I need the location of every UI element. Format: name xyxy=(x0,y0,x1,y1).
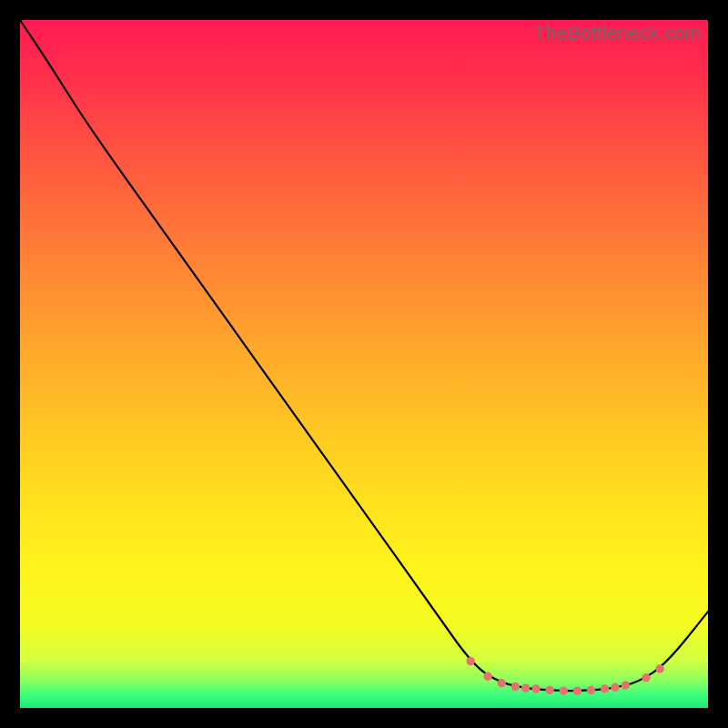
chart-marker xyxy=(483,672,491,681)
chart-marker xyxy=(611,683,619,692)
chart-marker xyxy=(511,682,520,691)
chart-marker xyxy=(655,664,663,672)
chart-marker xyxy=(545,686,553,694)
chart-markers xyxy=(466,657,663,695)
chart-frame: TheBottleneck.com xyxy=(20,20,708,708)
chart-curve xyxy=(20,20,708,691)
chart-marker xyxy=(466,657,474,665)
chart-marker xyxy=(587,686,595,694)
chart-marker xyxy=(622,681,630,689)
chart-marker xyxy=(521,683,530,692)
chart-marker xyxy=(560,686,568,694)
chart-marker xyxy=(531,684,540,693)
chart-marker xyxy=(498,679,506,687)
chart-marker xyxy=(573,686,581,694)
chart-marker xyxy=(642,673,650,682)
chart-plot xyxy=(20,20,708,708)
chart-marker xyxy=(601,684,609,693)
